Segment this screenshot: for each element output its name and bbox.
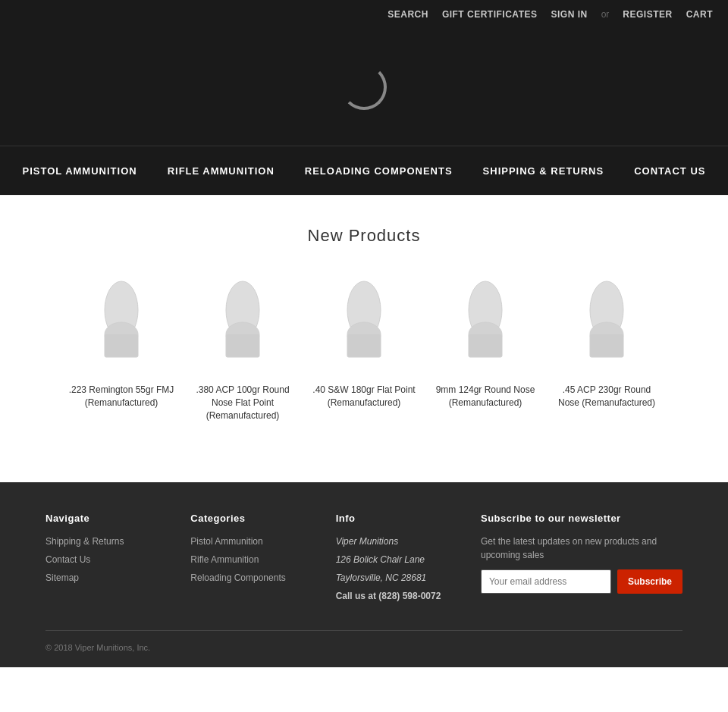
products-grid: .223 Remington 55gr FMJ (Remanufactured)…	[15, 276, 713, 422]
search-link[interactable]: SEARCH	[388, 9, 428, 20]
svg-rect-11	[469, 334, 502, 357]
nav-rifle-ammunition[interactable]: RIFLE AMMUNITION	[168, 165, 275, 177]
footer-sitemap-link[interactable]: Sitemap	[46, 571, 168, 585]
logo-spinner	[341, 64, 387, 110]
product-card[interactable]: .223 Remington 55gr FMJ (Remanufactured)	[68, 276, 174, 422]
footer-bottom: © 2018 Viper Munitions, Inc.	[46, 630, 682, 652]
top-bar: SEARCH GIFT CERTIFICATES SIGN IN or REGI…	[0, 0, 728, 28]
footer-pistol-link[interactable]: Pistol Ammunition	[190, 535, 312, 548]
product-card[interactable]: 9mm 124gr Round Nose (Remanufactured)	[432, 276, 538, 422]
footer-grid: Navigate Shipping & Returns Contact Us S…	[46, 513, 682, 607]
main-nav: PISTOL AMMUNITION RIFLE AMMUNITION RELOA…	[0, 146, 728, 195]
product-name: .40 S&W 180gr Flat Point (Remanufactured…	[311, 384, 417, 409]
info-heading: Info	[336, 513, 458, 524]
svg-rect-8	[347, 334, 381, 357]
nav-reloading-components[interactable]: RELOADING COMPONENTS	[305, 165, 453, 177]
footer-info: Info Viper Munitions 126 Bolick Chair La…	[336, 513, 458, 607]
product-name: .45 ACP 230gr Round Nose (Remanufactured…	[554, 384, 660, 409]
footer-navigate: Navigate Shipping & Returns Contact Us S…	[46, 513, 168, 607]
nav-contact-us[interactable]: CONTACT US	[634, 165, 705, 177]
product-image	[436, 276, 535, 375]
info-address1: 126 Bolick Chair Lane	[336, 553, 458, 566]
info-company: Viper Munitions	[336, 535, 458, 548]
product-name: 9mm 124gr Round Nose (Remanufactured)	[432, 384, 538, 409]
categories-heading: Categories	[190, 513, 312, 524]
footer-newsletter: Subscribe to our newsletter Get the late…	[481, 513, 682, 607]
product-image	[193, 276, 292, 375]
product-card[interactable]: .380 ACP 100gr Round Nose Flat Point (Re…	[190, 276, 296, 422]
newsletter-desc: Get the latest updates on new products a…	[481, 535, 682, 562]
navigate-heading: Navigate	[46, 513, 168, 524]
section-title: New Products	[15, 226, 713, 246]
header	[0, 28, 728, 146]
product-image	[557, 276, 656, 375]
newsletter-heading: Subscribe to our newsletter	[481, 513, 682, 524]
footer: Navigate Shipping & Returns Contact Us S…	[0, 482, 728, 667]
footer-categories: Categories Pistol Ammunition Rifle Ammun…	[190, 513, 312, 607]
footer-contact-link[interactable]: Contact Us	[46, 553, 168, 566]
product-image	[72, 276, 171, 375]
cart-link[interactable]: CART	[686, 9, 713, 20]
product-name: .380 ACP 100gr Round Nose Flat Point (Re…	[190, 384, 296, 422]
product-card[interactable]: .45 ACP 230gr Round Nose (Remanufactured…	[554, 276, 660, 422]
info-address2: Taylorsville, NC 28681	[336, 571, 458, 585]
footer-shipping-link[interactable]: Shipping & Returns	[46, 535, 168, 548]
info-phone: Call us at (828) 598-0072	[336, 589, 458, 603]
copyright: © 2018 Viper Munitions, Inc.	[46, 643, 150, 652]
nav-pistol-ammunition[interactable]: PISTOL AMMUNITION	[23, 165, 137, 177]
product-card[interactable]: .40 S&W 180gr Flat Point (Remanufactured…	[311, 276, 417, 422]
product-name: .223 Remington 55gr FMJ (Remanufactured)	[68, 384, 174, 409]
footer-reloading-link[interactable]: Reloading Components	[190, 571, 312, 585]
svg-rect-2	[105, 334, 138, 357]
signin-link[interactable]: SIGN IN	[551, 9, 587, 20]
svg-rect-14	[590, 334, 623, 357]
newsletter-form: Subscribe	[481, 569, 682, 594]
newsletter-email-input[interactable]	[481, 569, 611, 594]
svg-rect-5	[226, 334, 259, 357]
gift-certificates-link[interactable]: GIFT CERTIFICATES	[442, 9, 538, 20]
product-image	[315, 276, 413, 375]
or-separator: or	[601, 9, 610, 20]
register-link[interactable]: REGISTER	[623, 9, 672, 20]
footer-rifle-link[interactable]: Rifle Ammunition	[190, 553, 312, 566]
subscribe-button[interactable]: Subscribe	[617, 569, 682, 594]
nav-shipping-returns[interactable]: SHIPPING & RETURNS	[483, 165, 604, 177]
main-content: New Products .223 Remington 55gr FMJ (Re…	[0, 196, 728, 452]
